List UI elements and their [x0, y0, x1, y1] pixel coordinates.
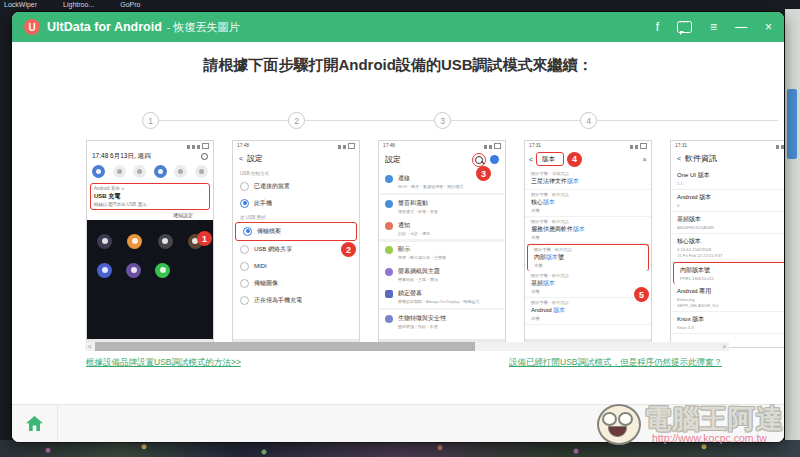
- watermark-site-url: http://www.kocpc.com.tw: [644, 432, 784, 444]
- notification-settings-label: 通知設定: [87, 210, 213, 220]
- menu-icon[interactable]: ≡: [710, 20, 717, 34]
- background-browser-tabs: LockWiper Lightroo... GoPro: [4, 0, 166, 10]
- speaker-icon: [385, 200, 393, 208]
- clock-text: 17:48: [383, 143, 395, 148]
- step-badge-4: 4: [567, 152, 582, 167]
- radio-midi: MIDI: [233, 258, 359, 275]
- wifi-toggle-icon: [92, 165, 105, 178]
- main-content: 請根據下面步驟打開Android設備的USB調試模式來繼續： 1 2 3 4 1…: [12, 42, 784, 404]
- horizontal-scrollbar[interactable]: < >: [85, 342, 729, 351]
- shield-icon: [385, 315, 393, 323]
- version-item: Android 版本9: [671, 190, 784, 212]
- home-icon: [26, 416, 43, 431]
- mascot-face-icon: [597, 404, 641, 445]
- background-page-strip: [785, 9, 800, 442]
- step-circle-3: 3: [434, 112, 451, 129]
- bell-icon: [385, 222, 393, 230]
- clock-text: 17:31: [675, 143, 687, 148]
- version-item: Knox 版本Knox 3.3: [671, 312, 784, 334]
- clock-text: 17:31: [529, 143, 541, 148]
- background-tab: LockWiper: [4, 0, 37, 10]
- clock-app-icon: [97, 234, 112, 249]
- quick-toggles: [87, 163, 213, 181]
- step3-phone-screenshot: 17:48 設定 3 連線Wi-Fi・藍牙・數據使用量・飛行模式: [378, 140, 506, 348]
- search-result: 關於手機・軟件資訊 服務供應商軟件版本 本機: [525, 217, 651, 244]
- step1-phone-screenshot: 17:48 6月13日, 週四 Android 系統 ∨ USB 充電 輕觸以選…: [86, 140, 214, 348]
- step-circle-2: 2: [288, 112, 305, 129]
- tutorial-screenshots: 17:48 6月13日, 週四 Android 系統 ∨ USB 充電 輕觸以選…: [86, 140, 784, 346]
- sound-toggle-icon: [154, 165, 167, 178]
- step-badge-3: 3: [476, 166, 491, 181]
- close-button[interactable]: ×: [765, 20, 772, 34]
- version-item: One UI 版本1.1: [671, 168, 784, 190]
- search-input: 版本: [536, 152, 564, 166]
- background-tab: GoPro: [120, 0, 140, 10]
- feedback-icon[interactable]: [677, 21, 692, 33]
- settings-app-icon: [158, 234, 173, 249]
- brand-usb-guide-link[interactable]: 根據設備品牌設置USB調試模式的方法>>: [86, 357, 241, 369]
- step2-phone-screenshot: 17:48 < 設定 USB 控制方式 已連接的裝置 此手機 使 USB 用於 …: [232, 140, 360, 348]
- step-indicator: 1 2 3 4: [142, 112, 778, 129]
- home-screen: [87, 220, 213, 349]
- notification-app-label: Android 系統 ∨: [94, 186, 206, 191]
- home-button[interactable]: [12, 405, 58, 442]
- search-result: 關於手機・法律資訊 三星法律文件版本: [525, 169, 651, 190]
- step5-phone-screenshot: 17:31 < 軟件資訊 One UI 版本1.1 Android 版本9 基頻…: [670, 140, 784, 348]
- site-watermark: 電腦王阿達 http://www.kocpc.com.tw: [597, 404, 784, 445]
- settings-item-lockscreen: 鎖定螢幕螢幕鎖定類型・Always On Display・時鐘樣式: [379, 286, 505, 308]
- radio-transfer-files: 傳輸檔案: [235, 222, 357, 241]
- step-badge-5: 5: [634, 287, 649, 302]
- lock-screen-icon: [385, 290, 393, 298]
- search-result: 關於手機・軟件資訊 基頻版本 本機: [525, 271, 651, 298]
- watermark-site-name: 電腦王阿達: [644, 406, 784, 432]
- step-circle-4: 4: [580, 112, 597, 129]
- settings-item-notifications: 通知封鎖・允許・優先: [379, 217, 505, 239]
- search-icon: [475, 156, 483, 164]
- settings-item-display: 顯示亮度・藍光濾光器・主螢幕: [379, 242, 505, 264]
- titlebar: U UltData for Android - 恢復丟失圖片 f ≡ — ×: [12, 12, 784, 42]
- contacts-app-icon: [127, 234, 142, 249]
- gear-icon: [201, 153, 208, 160]
- scroll-right-arrow[interactable]: >: [719, 342, 729, 351]
- whatsapp-app-icon: [155, 263, 170, 278]
- settings-item-biometrics: 生物特徵與安全性臉部辨識・指紋・私密: [379, 310, 505, 332]
- background-scrollbar-thumb: [787, 89, 797, 159]
- wifi-icon: [385, 175, 393, 183]
- radio-connected-device: 已連接的裝置: [233, 178, 359, 195]
- sun-icon: [385, 246, 393, 254]
- radio-this-phone: 此手機: [233, 195, 359, 212]
- step-badge-2: 2: [341, 242, 356, 257]
- back-icon: <: [677, 155, 681, 162]
- account-avatar: [490, 155, 499, 164]
- notification-title: USB 充電: [94, 192, 206, 201]
- already-enabled-help-link[interactable]: 設備已經打開USB調試模式，但是程序仍然提示此彈窗？: [509, 357, 722, 369]
- version-item-build-number: 內部版本號PPR1.180610.011: [673, 262, 784, 284]
- scrollbar-thumb[interactable]: [95, 342, 475, 351]
- version-item: Android 專用 Enforcing SEPF_SM-A505F_9.0: [671, 284, 784, 312]
- minimize-button[interactable]: —: [735, 20, 747, 34]
- screen-title: 軟件資訊: [685, 153, 717, 164]
- rotate-toggle-icon: [195, 165, 208, 178]
- screen-title: 設定: [247, 153, 263, 164]
- search-result-build-number: 關於手機・軟件資訊 內部版本號 本機: [527, 244, 649, 271]
- clock-text: 17:48 6月13日, 週四: [92, 152, 151, 161]
- clock-text: 17:48: [237, 143, 249, 148]
- search-icon-highlight: [472, 153, 486, 167]
- back-icon: <: [239, 155, 243, 162]
- section-label: 使 USB 用於: [233, 212, 359, 222]
- app-drawer-icon: [126, 263, 141, 278]
- scroll-left-arrow[interactable]: <: [85, 342, 95, 351]
- version-item: 核心版本 4.14.62-15423548 #1 Fri Feb 22 22:2…: [671, 234, 784, 262]
- settings-item-sound: 聲音和震動聲音模式・鈴聲・音量: [379, 195, 505, 217]
- screen-title: 設定: [385, 154, 401, 165]
- wallpaper-icon: [385, 268, 393, 276]
- section-label: USB 控制方式: [233, 168, 359, 178]
- usb-charging-notification: Android 系統 ∨ USB 充電 輕觸以選擇其他 USB 選項。: [90, 183, 210, 210]
- back-icon: <: [529, 156, 533, 163]
- notification-body: 輕觸以選擇其他 USB 選項。: [94, 202, 206, 207]
- vibrate-toggle-icon: [113, 165, 126, 178]
- search-result: 關於手機・軟件資訊 Android 版本 本機: [525, 298, 651, 325]
- page-title: 請根據下面步驟打開Android設備的USB調試模式來繼續：: [12, 56, 784, 75]
- facebook-icon[interactable]: f: [656, 20, 659, 34]
- close-icon: ×: [642, 155, 647, 164]
